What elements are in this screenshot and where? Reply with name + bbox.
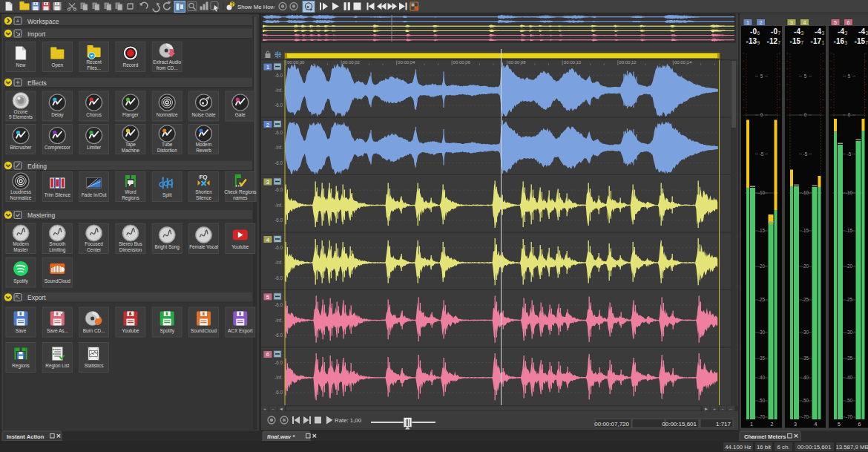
svg-text:00:00:02: 00:00:02 xyxy=(343,60,361,65)
svg-text:-Inf.: -Inf. xyxy=(274,145,283,150)
svg-text:Fade In/Out: Fade In/Out xyxy=(82,192,107,197)
svg-text:Tube: Tube xyxy=(162,142,173,147)
svg-text:-70: -70 xyxy=(802,414,809,419)
svg-text:Spotify: Spotify xyxy=(13,278,28,284)
svg-text:-35: -35 xyxy=(846,356,853,361)
svg-text:Stereo Bus: Stereo Bus xyxy=(119,241,142,246)
svg-text:-0: -0 xyxy=(750,27,757,36)
svg-text:5: 5 xyxy=(804,73,807,79)
svg-text:6: 6 xyxy=(847,20,850,25)
svg-text:Regions: Regions xyxy=(122,195,139,201)
svg-text:3: 3 xyxy=(801,30,804,36)
svg-text:-35: -35 xyxy=(758,356,766,361)
svg-text:0: 0 xyxy=(760,112,763,117)
svg-text:SoundCloud: SoundCloud xyxy=(45,278,71,284)
svg-text:0: 0 xyxy=(804,112,807,117)
svg-text:-40: -40 xyxy=(846,375,853,380)
svg-text:3: 3 xyxy=(790,20,793,25)
svg-text:-16: -16 xyxy=(834,37,845,45)
svg-text:5: 5 xyxy=(838,422,841,427)
svg-text:-6.0: -6.0 xyxy=(274,275,283,281)
svg-text:Burn CD...: Burn CD... xyxy=(83,328,105,333)
svg-text:2: 2 xyxy=(760,20,763,25)
svg-text:44.100 Hz: 44.100 Hz xyxy=(725,444,752,451)
svg-text:5: 5 xyxy=(266,294,270,301)
svg-text:7: 7 xyxy=(801,40,804,45)
svg-text:1:717: 1:717 xyxy=(716,421,731,428)
svg-text:-5: -5 xyxy=(803,151,808,157)
svg-text:-13: -13 xyxy=(746,37,757,45)
svg-text:3: 3 xyxy=(845,30,848,36)
svg-text:7: 7 xyxy=(866,40,868,45)
svg-text:-10: -10 xyxy=(846,190,853,195)
svg-text:-6.0: -6.0 xyxy=(274,217,283,223)
svg-text:Normalize: Normalize xyxy=(157,112,178,117)
svg-text:-0: -0 xyxy=(771,27,777,36)
svg-text:Delay: Delay xyxy=(51,112,64,118)
svg-text:7: 7 xyxy=(778,30,781,36)
svg-text:Editing: Editing xyxy=(27,163,47,170)
svg-text:1: 1 xyxy=(822,40,825,45)
svg-text:3: 3 xyxy=(794,422,797,427)
svg-text:Youtube: Youtube xyxy=(122,328,139,333)
svg-text:Female Vocal: Female Vocal xyxy=(189,244,218,249)
svg-text:-25: -25 xyxy=(802,297,809,302)
svg-text:13.587,9 MB: 13.587,9 MB xyxy=(835,444,868,451)
svg-text:Instant Action: Instant Action xyxy=(7,433,45,440)
svg-text:6: 6 xyxy=(757,30,760,36)
svg-text:-6.0: -6.0 xyxy=(274,360,283,365)
svg-text:-4: -4 xyxy=(815,27,821,36)
svg-text:−: − xyxy=(272,407,274,411)
svg-text:-4: -4 xyxy=(858,27,865,36)
svg-text:Dimension: Dimension xyxy=(119,247,142,252)
svg-text:New: New xyxy=(16,62,26,68)
svg-text:-6.0: -6.0 xyxy=(274,333,283,338)
svg-text:-6.0: -6.0 xyxy=(274,302,283,307)
svg-text:Record: Record xyxy=(123,62,139,68)
svg-text:Chorus: Chorus xyxy=(86,112,102,117)
svg-text:►: ► xyxy=(704,407,708,411)
svg-text:-20: -20 xyxy=(846,263,853,269)
svg-text:-15: -15 xyxy=(758,228,766,233)
svg-text:-6.0: -6.0 xyxy=(274,130,283,135)
svg-text:Split: Split xyxy=(162,192,172,198)
svg-text:7: 7 xyxy=(778,40,781,45)
svg-text:-10: -10 xyxy=(802,190,809,195)
svg-text:0: 0 xyxy=(848,112,851,117)
svg-text:Effects: Effects xyxy=(27,79,47,87)
svg-text:Save As...: Save As... xyxy=(47,328,68,333)
svg-text:-Inf.: -Inf. xyxy=(274,375,283,380)
svg-text:Modern: Modern xyxy=(13,241,29,246)
svg-text:Flanger: Flanger xyxy=(122,112,139,118)
svg-text:-Inf.: -Inf. xyxy=(274,260,283,265)
svg-text:5: 5 xyxy=(760,73,763,79)
svg-text:↔: ↔ xyxy=(729,407,733,411)
svg-text:3: 3 xyxy=(866,30,868,36)
svg-text:-30: -30 xyxy=(802,330,809,335)
svg-text:-17: -17 xyxy=(811,37,822,45)
svg-text:Region List: Region List xyxy=(45,363,69,369)
svg-text:Workspace: Workspace xyxy=(27,18,59,25)
svg-text:6: 6 xyxy=(858,422,861,427)
svg-text:6: 6 xyxy=(266,351,270,358)
svg-text:3: 3 xyxy=(266,179,270,186)
svg-text:00:00:15,601: 00:00:15,601 xyxy=(798,444,832,451)
svg-text:Focused: Focused xyxy=(85,241,103,246)
svg-text:1: 1 xyxy=(266,64,270,71)
svg-text:-6.0: -6.0 xyxy=(274,187,283,192)
svg-text:-15: -15 xyxy=(790,37,801,45)
svg-text:Machine: Machine xyxy=(122,148,140,153)
svg-text:Noise Gate: Noise Gate xyxy=(192,112,216,117)
svg-text:Reverb: Reverb xyxy=(196,148,211,153)
svg-text:Modern: Modern xyxy=(196,142,212,147)
svg-text:-30: -30 xyxy=(758,330,766,335)
svg-text:9: 9 xyxy=(757,40,760,45)
svg-text:-12: -12 xyxy=(767,37,778,45)
svg-text:2: 2 xyxy=(266,122,270,128)
svg-text:-15: -15 xyxy=(802,228,809,233)
svg-text:-70: -70 xyxy=(758,414,766,419)
svg-text:-6.0: -6.0 xyxy=(274,160,283,166)
svg-text:-20: -20 xyxy=(802,263,809,269)
svg-text:-40: -40 xyxy=(758,375,766,380)
svg-text:6 ch.: 6 ch. xyxy=(777,444,790,451)
